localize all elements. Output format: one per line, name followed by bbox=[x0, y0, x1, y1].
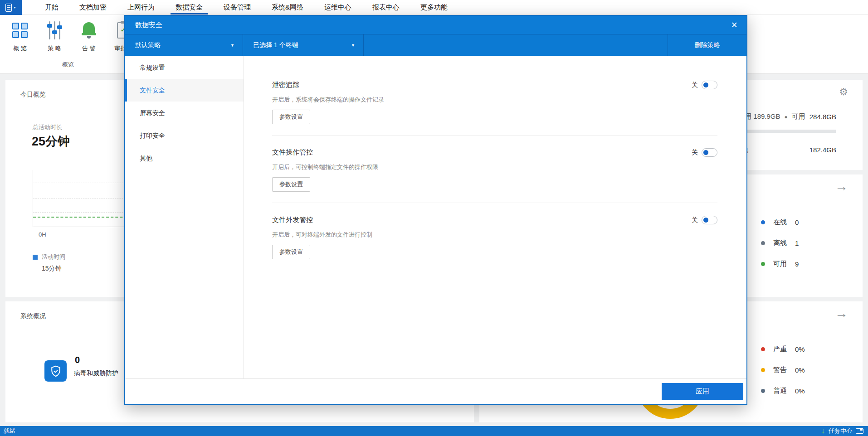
close-icon[interactable]: × bbox=[731, 20, 737, 30]
alarm-severity-row: 普通 0% bbox=[761, 387, 805, 395]
status-dot-icon bbox=[761, 241, 765, 245]
menu-item-ops-center[interactable]: 运维中心 bbox=[314, 0, 362, 15]
section-desc: 开启后，可对终端外发的文件进行控制 bbox=[272, 231, 717, 239]
tool-label: 告 警 bbox=[82, 44, 96, 53]
alarm-severity-row: 严重 0% bbox=[761, 345, 805, 354]
task-center-button[interactable]: 任务中心 bbox=[829, 427, 852, 435]
menu-item-doc-encrypt[interactable]: 文档加密 bbox=[69, 0, 117, 15]
terminal-status-row: 在线 0 bbox=[761, 218, 799, 227]
section-title: 文件外发管控 bbox=[272, 216, 313, 224]
alarm-severity-card: → 严重 0% 警告 0% 普通 0% bbox=[744, 301, 863, 422]
status-value: 9 bbox=[795, 260, 799, 268]
bell-alarm-icon bbox=[81, 21, 97, 39]
today-card-title: 今日概览 bbox=[20, 91, 46, 99]
menubar: ▼ 开始 文档加密 上网行为 数据安全 设备管理 系统&网络 运维中心 报表中心… bbox=[0, 0, 868, 15]
terminal-status-row: 离线 1 bbox=[761, 239, 799, 247]
policy-dropdown[interactable]: 默认策略 ▼ bbox=[125, 34, 243, 56]
toggle-switch[interactable] bbox=[702, 148, 717, 157]
chevron-down-icon: ▼ bbox=[351, 43, 355, 48]
policy-dropdown-value: 默认策略 bbox=[135, 41, 161, 49]
section-leak-tracking: 泄密追踪 关 开启后，系统将会保存终端的操作文件记录 参数设置 bbox=[272, 68, 717, 136]
terminal-status-card: → 在线 0 离线 1 可用 9 bbox=[744, 174, 863, 297]
severity-dot-icon bbox=[761, 389, 765, 393]
app-menu-button[interactable]: ▼ bbox=[0, 0, 22, 15]
virus-label: 病毒和威胁防护 bbox=[74, 369, 118, 378]
disk-used-text: 用 189.9GB bbox=[745, 112, 780, 121]
disk-progress-bar bbox=[735, 130, 836, 133]
tool-policy[interactable]: 策 略 bbox=[37, 19, 72, 53]
toggle-state-label: 关 bbox=[692, 216, 698, 224]
file-operation-toggle[interactable]: 关 bbox=[692, 148, 717, 157]
arrow-right-icon[interactable]: → bbox=[835, 180, 848, 193]
disk-free-value: 284.8GB bbox=[809, 113, 836, 121]
sliders-policy-icon bbox=[49, 21, 60, 39]
shield-icon bbox=[44, 360, 67, 382]
menu-item-system-network[interactable]: 系统&网络 bbox=[261, 0, 314, 15]
severity-label: 普通 bbox=[773, 387, 787, 395]
status-ready-text: 就绪 bbox=[4, 427, 15, 435]
menu-item-device-mgmt[interactable]: 设备管理 bbox=[213, 0, 261, 15]
status-label: 在线 bbox=[773, 218, 787, 227]
severity-value: 0% bbox=[795, 345, 805, 353]
total-activity-value: 25分钟 bbox=[32, 133, 70, 150]
total-activity-label: 总活动时长 bbox=[33, 123, 62, 131]
app-menu-icon bbox=[5, 4, 12, 12]
param-settings-button[interactable]: 参数设置 bbox=[272, 245, 310, 259]
severity-value: 0% bbox=[795, 366, 805, 374]
grid-overview-icon bbox=[12, 23, 28, 38]
download-icon: ↓ bbox=[821, 427, 825, 435]
dialog-titlebar: 数据安全 × bbox=[125, 16, 746, 34]
section-desc: 开启后，可控制终端指定文件的操作权限 bbox=[272, 163, 717, 171]
leak-tracking-toggle[interactable]: 关 bbox=[692, 81, 717, 89]
system-card-title: 系统概况 bbox=[20, 312, 46, 320]
file-outgoing-toggle[interactable]: 关 bbox=[692, 216, 717, 224]
toggle-switch[interactable] bbox=[702, 81, 717, 89]
status-dot-icon bbox=[761, 262, 765, 266]
chart-axis-label: 0H bbox=[39, 231, 46, 238]
gear-icon[interactable]: ⚙ bbox=[839, 86, 848, 98]
status-value: 0 bbox=[795, 218, 799, 226]
status-label: 可用 bbox=[773, 260, 787, 268]
sidebar-item-screen-security[interactable]: 屏幕安全 bbox=[125, 102, 244, 124]
menu-item-start[interactable]: 开始 bbox=[34, 0, 69, 15]
severity-value: 0% bbox=[795, 387, 805, 395]
statusbar: 就绪 ↓ 任务中心 bbox=[0, 426, 868, 436]
severity-dot-icon bbox=[761, 368, 765, 372]
severity-label: 严重 bbox=[773, 345, 787, 354]
monitor-icon[interactable] bbox=[856, 428, 863, 434]
sidebar-item-other[interactable]: 其他 bbox=[125, 147, 244, 170]
delete-policy-button[interactable]: 删除策略 bbox=[668, 34, 746, 56]
tool-alarm[interactable]: 告 警 bbox=[72, 19, 106, 53]
apply-button[interactable]: 应用 bbox=[662, 383, 743, 400]
legend-value: 15分钟 bbox=[42, 265, 62, 273]
alarm-severity-row: 警告 0% bbox=[761, 366, 805, 374]
menu-item-more[interactable]: 更多功能 bbox=[410, 0, 458, 15]
menu-item-report-center[interactable]: 报表中心 bbox=[362, 0, 410, 15]
legend-label: 活动时间 bbox=[42, 253, 65, 261]
dialog-footer: 应用 bbox=[125, 378, 746, 404]
terminal-dropdown-value: 已选择 1 个终端 bbox=[253, 41, 298, 49]
toggle-state-label: 关 bbox=[692, 81, 698, 89]
section-title: 文件操作管控 bbox=[272, 148, 313, 157]
arrow-right-icon[interactable]: → bbox=[835, 307, 848, 320]
dialog-content: 泄密追踪 关 开启后，系统将会保存终端的操作文件记录 参数设置 文件操作管控 关 bbox=[244, 56, 746, 378]
disk-other-value: 182.4GB bbox=[809, 146, 836, 155]
status-label: 离线 bbox=[773, 239, 787, 247]
disk-usage-card: ⚙ 用 189.9GB ● 可用 284.8GB 其他 182.4GB bbox=[744, 80, 863, 170]
param-settings-button[interactable]: 参数设置 bbox=[272, 177, 310, 192]
param-settings-button[interactable]: 参数设置 bbox=[272, 110, 310, 124]
section-file-outgoing: 文件外发管控 关 开启后，可对终端外发的文件进行控制 参数设置 bbox=[272, 203, 717, 270]
sidebar-item-general[interactable]: 常规设置 bbox=[125, 56, 244, 79]
terminal-status-row: 可用 9 bbox=[761, 260, 799, 268]
sidebar-item-print-security[interactable]: 打印安全 bbox=[125, 124, 244, 147]
terminal-dropdown[interactable]: 已选择 1 个终端 ▼ bbox=[243, 34, 364, 56]
dialog-toolbar: 默认策略 ▼ 已选择 1 个终端 ▼ 删除策略 bbox=[125, 34, 746, 56]
legend-square-icon bbox=[33, 255, 38, 260]
menu-item-data-security[interactable]: 数据安全 bbox=[165, 0, 213, 15]
sidebar-item-file-security[interactable]: 文件安全 bbox=[125, 79, 244, 102]
menu-item-web-behavior[interactable]: 上网行为 bbox=[117, 0, 165, 15]
tool-overview[interactable]: 概 览 bbox=[3, 19, 37, 53]
toggle-switch[interactable] bbox=[702, 216, 717, 224]
dialog-title: 数据安全 bbox=[135, 21, 162, 29]
dot-separator-icon: ● bbox=[785, 114, 788, 120]
